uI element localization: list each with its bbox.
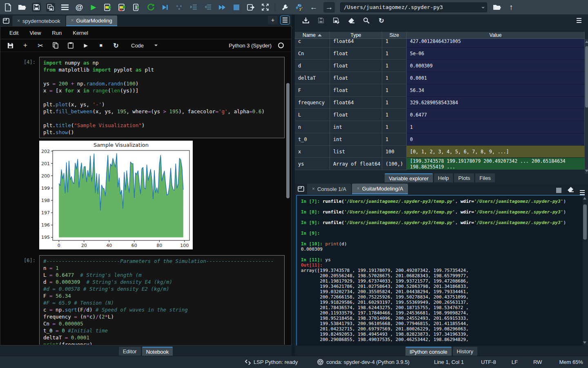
- interrupt-kernel-icon[interactable]: ■: [97, 41, 105, 49]
- vertical-splitter[interactable]: [292, 15, 295, 356]
- continue-execution-icon[interactable]: [218, 3, 227, 12]
- run-cell-icon[interactable]: [103, 3, 112, 12]
- debug-run-to-line-icon[interactable]: [160, 3, 169, 12]
- browse-working-directory-icon[interactable]: [492, 3, 501, 12]
- pane-tab-variable-explorer[interactable]: Variable explorer: [385, 173, 432, 182]
- variable-row-x[interactable]: xlist100[0, 1, 2, 3, 4, 5, 6, 7, 8, 9, .…: [295, 146, 585, 158]
- conda-env-status[interactable]: conda: spyder-dev-4 (Python 3.9.5): [317, 359, 410, 365]
- maximize-pane-icon[interactable]: [261, 3, 270, 12]
- pane-tab-ipython-console[interactable]: IPython console: [405, 347, 452, 356]
- variable-row-t_0[interactable]: t_0int10: [295, 133, 585, 146]
- paste-cell-icon[interactable]: [67, 41, 75, 49]
- run-cell-advance-icon[interactable]: [118, 3, 127, 12]
- close-tab-icon[interactable]: ×: [71, 18, 74, 23]
- file-switcher-icon[interactable]: [60, 3, 69, 12]
- variable-row-frequency[interactable]: frequencyfloat641329.6289058543384: [295, 96, 585, 109]
- kernel-status-icon: [278, 43, 284, 48]
- new-file-icon[interactable]: [3, 3, 12, 12]
- run-file-icon[interactable]: ▶: [89, 3, 98, 12]
- variable-row-deltaT[interactable]: deltaTfloat10.0001: [295, 72, 585, 84]
- step-over-icon[interactable]: [175, 3, 184, 12]
- variable-row-n[interactable]: nint11: [295, 121, 585, 133]
- editor-options-menu-icon[interactable]: [280, 16, 290, 25]
- pane-tab-plots[interactable]: Plots: [454, 173, 474, 182]
- save-all-icon[interactable]: [46, 3, 55, 12]
- pythonpath-manager-icon[interactable]: [295, 3, 304, 12]
- column-header-type[interactable]: Type: [330, 32, 382, 38]
- save-data-icon[interactable]: [316, 16, 325, 25]
- parent-directory-icon[interactable]: ↑: [507, 3, 516, 12]
- lsp-status[interactable]: LSP Python: ready: [245, 359, 298, 365]
- pane-tab-editor[interactable]: Editor: [119, 347, 141, 356]
- variable-table-scrollbar[interactable]: [585, 39, 588, 174]
- console-output[interactable]: In [7]: runfile('/Users/juanitagomez/.sp…: [296, 195, 585, 346]
- run-selection-icon[interactable]: [132, 3, 141, 12]
- save-icon[interactable]: [32, 3, 41, 12]
- console-tab-console-1-a[interactable]: ×Console 1/A: [307, 184, 351, 194]
- search-variable-icon[interactable]: [362, 16, 371, 25]
- pane-tab-help[interactable]: Help: [434, 173, 453, 182]
- variable-cell: float: [330, 72, 382, 84]
- notebook-save-icon[interactable]: [6, 41, 14, 49]
- new-tab-button[interactable]: +: [268, 16, 278, 25]
- step-into-icon[interactable]: [189, 3, 198, 12]
- menu-view[interactable]: View: [29, 30, 41, 36]
- import-data-icon[interactable]: [301, 16, 310, 25]
- console-tab-guitarmodeling-a[interactable]: ×GuitarModeling/A: [352, 184, 408, 194]
- back-icon[interactable]: ←: [309, 3, 318, 12]
- find-symbols-icon[interactable]: @: [75, 3, 84, 12]
- menu-kernel[interactable]: Kernel: [73, 30, 88, 36]
- cell-code[interactable]: import numpy as npfrom matplotlib import…: [39, 57, 285, 138]
- copy-cell-icon[interactable]: [51, 41, 60, 49]
- console-browse-tabs-icon[interactable]: [296, 184, 306, 194]
- menu-run[interactable]: Run: [52, 30, 62, 36]
- remove-variables-eraser-icon[interactable]: [347, 16, 356, 25]
- variable-row-Cn[interactable]: Cnfloat15e-06: [295, 47, 585, 60]
- column-header-size[interactable]: Size: [382, 32, 407, 38]
- save-data-as-icon[interactable]: [332, 16, 341, 25]
- run-external-icon[interactable]: [246, 3, 255, 12]
- path-dropdown-caret-icon[interactable]: [481, 7, 485, 9]
- restart-kernel-icon[interactable]: ↻: [112, 41, 120, 49]
- variable-explorer-options-icon[interactable]: [574, 16, 584, 25]
- code-cell-6[interactable]: [6]:#------------------------Parameters …: [39, 255, 285, 345]
- step-out-icon[interactable]: [203, 3, 212, 12]
- pane-tab-files[interactable]: Files: [475, 173, 494, 182]
- close-tab-icon[interactable]: ×: [357, 186, 360, 191]
- open-file-icon[interactable]: [18, 3, 27, 12]
- close-tab-icon[interactable]: ×: [17, 18, 20, 24]
- variable-row-ys[interactable]: ysArray of float64(100,)[199.3743578 199…: [295, 158, 585, 170]
- notebook-content[interactable]: [4]:import numpy as npfrom matplotlib im…: [0, 52, 291, 345]
- variable-row-F[interactable]: Ffloat156.34: [295, 84, 585, 96]
- column-header-name[interactable]: Name: [295, 32, 330, 38]
- column-header-value[interactable]: Value: [407, 32, 585, 38]
- browse-tabs-icon[interactable]: [1, 16, 11, 26]
- cell-code[interactable]: #------------------------Parameters of t…: [39, 255, 285, 345]
- stop-debug-icon[interactable]: [232, 3, 241, 12]
- run-cell-play-icon[interactable]: ▶: [82, 41, 90, 49]
- console-scrollbar[interactable]: [583, 195, 587, 346]
- menu-edit[interactable]: Edit: [9, 30, 18, 36]
- console-options-menu-icon[interactable]: [580, 185, 585, 195]
- code-cell-4[interactable]: [4]:import numpy as npfrom matplotlib im…: [39, 57, 285, 138]
- clear-console-eraser-icon[interactable]: [567, 186, 574, 194]
- editor-tab-spydernotebook[interactable]: ×spydernotebook: [12, 16, 65, 26]
- variable-row-d[interactable]: dfloat10.000309: [295, 60, 585, 72]
- variable-row-c[interactable]: cfloat641427.00128464371005: [295, 39, 585, 47]
- variable-rows[interactable]: cfloat641427.00128464371005Cnfloat15e-06…: [295, 39, 585, 174]
- editor-tab-guitarmodeling[interactable]: ×GuitarModeling: [66, 16, 117, 26]
- pane-tab-history[interactable]: History: [453, 347, 477, 356]
- preferences-wrench-icon[interactable]: [281, 3, 290, 12]
- variable-row-L[interactable]: Lfloat10.6477: [295, 109, 585, 121]
- add-cell-icon[interactable]: +: [21, 41, 29, 49]
- pane-tab-notebook[interactable]: Notebook: [142, 347, 173, 356]
- working-directory-input[interactable]: /Users/juanitagomez/.spyder-py3: [340, 2, 487, 12]
- interrupt-console-icon[interactable]: [556, 188, 561, 193]
- notebook-scrollbar[interactable]: [286, 83, 290, 198]
- cut-cell-icon[interactable]: ✂: [36, 41, 45, 49]
- cell-type-dropdown[interactable]: Code: [131, 43, 158, 49]
- refresh-variables-icon[interactable]: ↻: [377, 16, 386, 25]
- rerun-cell-icon[interactable]: [146, 3, 155, 12]
- forward-icon[interactable]: →: [323, 2, 335, 13]
- close-tab-icon[interactable]: ×: [312, 186, 315, 192]
